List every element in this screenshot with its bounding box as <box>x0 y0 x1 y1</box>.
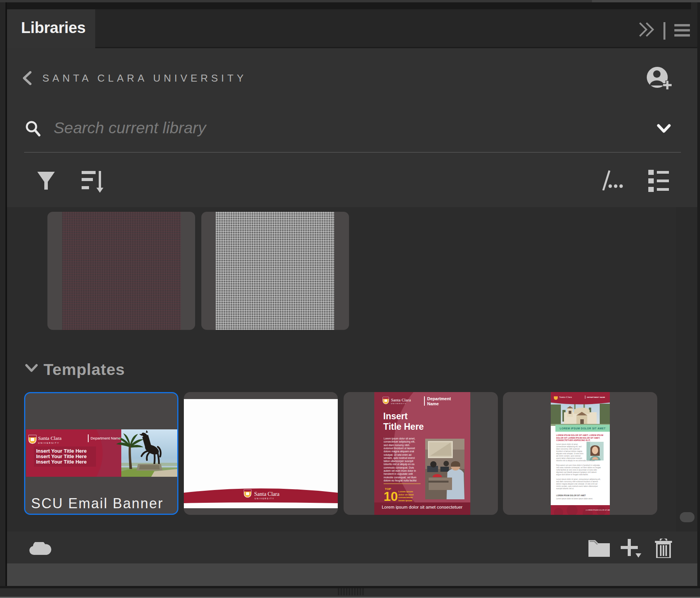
svg-text:commodo consequat. Duis: commodo consequat. Duis <box>384 466 414 469</box>
svg-text:lorem ipsum: lorem ipsum <box>398 499 412 502</box>
svg-text:diam nonummy nibh euismod: diam nonummy nibh euismod <box>556 448 580 450</box>
svg-text:lobortis nisl ut aliquip ex ea: lobortis nisl ut aliquip ex ea <box>384 463 415 466</box>
svg-text:suscipit lobortis nisl ut.: suscipit lobortis nisl ut. <box>556 488 574 490</box>
svg-text:CONSECTETUER ADIPISCING ELIT,: CONSECTETUER ADIPISCING ELIT, <box>556 439 591 441</box>
svg-text:consectetuer adipiscing elit,: consectetuer adipiscing elit, sed <box>556 446 582 448</box>
svg-text:UNIVERSITY: UNIVERSITY <box>255 497 274 500</box>
svg-text:Duis autem vel eum iriure dolo: Duis autem vel eum iriure dolor in hendr… <box>556 464 600 466</box>
svg-text:Santa Clara: Santa Clara <box>254 491 280 497</box>
svg-text:tation ullamcorper suscipit: tation ullamcorper suscipit <box>384 460 413 463</box>
svg-text:dolore magna aliquam erat volu: dolore magna aliquam erat volutpat. Ut w… <box>556 483 597 485</box>
svg-text:dignissim qui blandit praesent: dignissim qui blandit praesent luptatum … <box>556 471 597 473</box>
svg-text:Lorem ipsum dolor sit amet,: Lorem ipsum dolor sit amet, <box>556 443 578 445</box>
svg-text:autem vel eum iriure dolor in: autem vel eum iriure dolor in <box>384 469 416 472</box>
svg-text:hendrerit in vulputate velit: hendrerit in vulputate velit <box>384 472 413 476</box>
svg-text:sed diam nonumy nibh: sed diam nonumy nibh <box>384 444 410 447</box>
svg-text:ad minim veniam, quis nostrud: ad minim veniam, quis nostrud <box>556 455 581 457</box>
svg-text:exerci tation ullamcorper susc: exerci tation ullamcorper suscipit <box>556 457 582 459</box>
svg-text:molestie consequat, vel illum: molestie consequat, vel illum <box>384 476 417 479</box>
svg-text:Lorem ipsum dolor sit amet,: Lorem ipsum dolor sit amet, <box>384 437 415 440</box>
svg-text:Lorem ipsum: Lorem ipsum <box>398 490 413 493</box>
svg-text:consectetuer: consectetuer <box>398 496 413 499</box>
svg-text:dolore magna aliquam erat: dolore magna aliquam erat <box>384 450 414 453</box>
svg-text:Name: Name <box>427 401 439 406</box>
svg-text:Insert Your Title Here: Insert Your Title Here <box>36 448 87 454</box>
svg-text:Insert: Insert <box>383 411 408 421</box>
svg-text:sed diam nonummy nibh euismod: sed diam nonummy nibh euismod tincidunt … <box>556 481 598 483</box>
svg-text:nulla facilisis at vero eros e: nulla facilisis at vero eros et accumsan… <box>556 469 597 471</box>
svg-text:LOREM IPSUM DOLOR SIT AMET: LOREM IPSUM DOLOR SIT AMET <box>560 427 606 430</box>
svg-text:Santa Clara: Santa Clara <box>391 398 411 402</box>
svg-text:dolore eu feugiat nulla facili: dolore eu feugiat nulla facilisi <box>384 479 417 482</box>
svg-text:volutpat. Ut wisi enim ad: volutpat. Ut wisi enim ad <box>384 453 412 457</box>
svg-text:tincidunt ut laoreet dolore ma: tincidunt ut laoreet dolore magna <box>556 450 582 452</box>
svg-text:dolor sit amet: dolor sit amet <box>398 493 414 496</box>
svg-text:LOREM IPSUM DOLOR SIT AMET: LOREM IPSUM DOLOR SIT AMET <box>556 495 586 497</box>
svg-text:Department Name: Department Name <box>91 436 121 440</box>
svg-text:DOLOR SIT LOREM IPSUM DOLOR SI: DOLOR SIT LOREM IPSUM DOLOR SIT AMET, <box>556 437 600 439</box>
svg-text:Santa Clara: Santa Clara <box>559 396 572 399</box>
svg-text:augue duis dolore te feugait n: augue duis dolore te feugait nulla facil… <box>556 474 588 476</box>
svg-text:LOREM IPSUM DOLOR SIT AMET, LO: LOREM IPSUM DOLOR SIT AMET, LOREM IPSUM <box>556 434 603 436</box>
svg-text:Lorem ipsum dolor sit amet con: Lorem ipsum dolor sit amet consectetuer <box>382 505 463 509</box>
svg-text:aliquam erat volutpat. Ut wisi: aliquam erat volutpat. Ut wisi enim <box>556 453 583 455</box>
svg-text:Insert Your Title Here: Insert Your Title Here <box>36 453 87 459</box>
svg-text:minim veniam, quis nostrud exe: minim veniam, quis nostrud exerci tation… <box>556 485 598 487</box>
svg-text:10: 10 <box>384 489 398 504</box>
svg-text:Department: Department <box>427 396 451 401</box>
svg-text:euismod tincidunt ut laoreet: euismod tincidunt ut laoreet <box>384 447 415 450</box>
svg-text:veniam, quis nostrud exerci: veniam, quis nostrud exerci <box>384 457 415 460</box>
svg-text:Lorem ipsum dolor sit amet, co: Lorem ipsum dolor sit amet, consectetuer… <box>556 478 600 480</box>
svg-text:Insert Your Title Here: Insert Your Title Here <box>36 459 87 465</box>
svg-text:Santa Clara: Santa Clara <box>38 435 62 441</box>
svg-text:Title Here: Title Here <box>383 422 424 432</box>
svg-text:velit esse molestie consequat,: velit esse molestie consequat, vel illum… <box>556 467 601 469</box>
svg-text:DEPARTMENT NAME: DEPARTMENT NAME <box>587 396 605 398</box>
svg-text:consectetuer adipiscing elit,: consectetuer adipiscing elit, <box>384 440 415 443</box>
svg-text:| LOREM IPSUM DOLOR SIT AMET: | LOREM IPSUM DOLOR SIT AMET <box>586 509 610 511</box>
svg-text:Lorem ipsum dolor sit lorem ip: Lorem ipsum dolor sit lorem ipsum dolor … <box>556 498 593 500</box>
svg-text:UNIVERSITY: UNIVERSITY <box>391 403 407 404</box>
svg-text:UNIVERSITY: UNIVERSITY <box>38 442 59 444</box>
